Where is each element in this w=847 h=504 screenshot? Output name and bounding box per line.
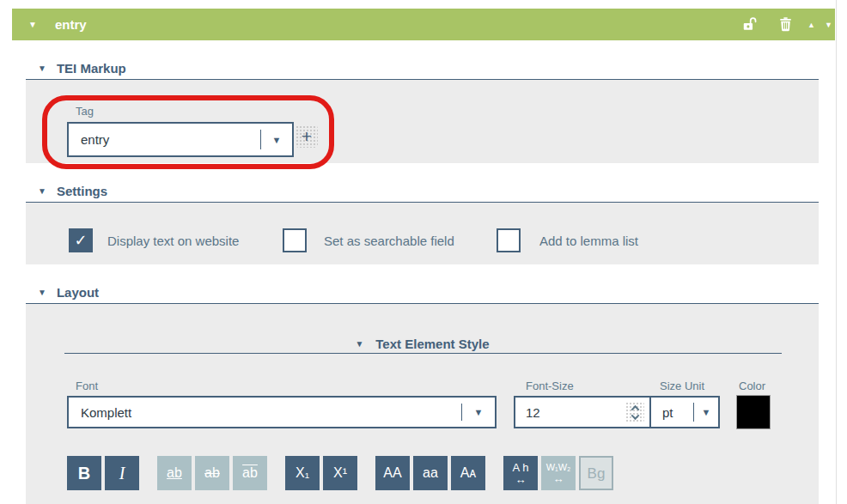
button-label: aa xyxy=(423,466,438,480)
left-right-arrow-icon: ↔ xyxy=(515,474,527,485)
font-field-label: Font xyxy=(76,380,98,392)
widget-title: entry xyxy=(55,9,87,40)
button-label: AA xyxy=(383,466,401,480)
collapse-section-icon: ▼ xyxy=(38,64,46,73)
chevron-down-icon[interactable]: ▼ xyxy=(462,398,495,427)
section-title: TEI Markup xyxy=(57,61,126,76)
checkbox-label: Add to lemma list xyxy=(539,228,638,252)
element-editor-page: ▼ entry ▲ ▼ ▼ TEI Markup xyxy=(0,0,847,504)
formatting-toolbar: B I ab ab ab X₁ X¹ AA aa Aᴀ A h ↔ xyxy=(67,456,613,490)
button-label: W₁W₂ xyxy=(546,463,571,472)
font-value: Komplett xyxy=(69,398,461,427)
collapse-section-icon: ▼ xyxy=(38,187,46,196)
move-up-icon[interactable]: ▲ xyxy=(807,9,815,40)
button-label: B xyxy=(78,465,90,482)
lowercase-button[interactable]: aa xyxy=(413,456,448,490)
subsection-divider xyxy=(64,353,782,354)
delete-icon[interactable] xyxy=(777,9,794,40)
button-label: X¹ xyxy=(333,466,347,480)
size-unit-value: pt xyxy=(651,398,693,427)
button-label: Bg xyxy=(588,466,606,481)
checkbox-add-to-lemma-list[interactable] xyxy=(497,228,521,252)
spinner-down-icon[interactable] xyxy=(631,411,639,420)
underline-button[interactable]: ab xyxy=(157,456,192,490)
word-spacing-button[interactable]: W₁W₂ ↔ xyxy=(541,456,576,490)
bold-button[interactable]: B xyxy=(67,456,101,490)
uppercase-button[interactable]: AA xyxy=(375,456,410,490)
left-right-arrow-icon: ↔ xyxy=(553,473,564,484)
font-combobox[interactable]: Komplett ▼ xyxy=(67,396,497,428)
checkbox-label: Display text on website xyxy=(107,228,239,252)
section-header-tei-markup[interactable]: ▼ TEI Markup xyxy=(38,61,126,76)
section-header-text-element-style[interactable]: ▼ Text Element Style xyxy=(355,337,489,351)
button-label: ab xyxy=(242,466,258,480)
collapse-section-icon: ▼ xyxy=(38,288,46,297)
button-label: X₁ xyxy=(296,466,309,480)
color-swatch-button[interactable] xyxy=(736,395,771,429)
overline-button[interactable]: ab xyxy=(233,456,267,490)
superscript-button[interactable]: X¹ xyxy=(323,456,357,490)
section-header-settings[interactable]: ▼ Settings xyxy=(38,184,107,198)
letter-spacing-button[interactable]: A h ↔ xyxy=(503,456,538,490)
checkbox-label: Set as searchable field xyxy=(324,228,454,252)
tag-field-label: Tag xyxy=(76,105,94,118)
subsection-title: Text Element Style xyxy=(375,337,489,351)
check-icon: ✓ xyxy=(74,233,87,248)
widget-header: ▼ entry ▲ ▼ xyxy=(12,9,835,40)
smallcaps-button[interactable]: Aᴀ xyxy=(451,456,485,490)
button-label: I xyxy=(119,465,125,482)
text-element-style-header: ▼ Text Element Style xyxy=(26,335,819,351)
background-color-button[interactable]: Bg xyxy=(579,456,613,490)
font-size-input[interactable] xyxy=(515,405,601,420)
strikethrough-button[interactable]: ab xyxy=(195,456,229,490)
chevron-down-icon[interactable]: ▼ xyxy=(261,124,292,155)
tag-value: entry xyxy=(69,124,260,155)
subscript-button[interactable]: X₁ xyxy=(285,456,320,490)
font-size-input-wrap xyxy=(514,396,651,428)
color-field-label: Color xyxy=(739,380,765,392)
size-unit-field-label: Size Unit xyxy=(660,380,704,392)
tag-combobox[interactable]: entry ▼ xyxy=(67,122,294,157)
number-spinner-icon[interactable] xyxy=(625,402,644,422)
button-label: ab xyxy=(167,466,182,480)
unlock-icon[interactable] xyxy=(741,9,758,40)
button-label: Aᴀ xyxy=(460,466,477,480)
font-size-field-label: Font-Size xyxy=(526,380,574,392)
collapse-section-icon: ▼ xyxy=(355,339,363,349)
collapse-widget-icon[interactable]: ▼ xyxy=(28,9,37,40)
italic-button[interactable]: I xyxy=(105,456,139,490)
checkbox-set-as-searchable-field[interactable] xyxy=(283,228,307,252)
section-title: Settings xyxy=(57,184,107,198)
add-tag-button[interactable]: + xyxy=(296,125,318,148)
chevron-down-icon[interactable]: ▼ xyxy=(694,398,718,427)
checkbox-display-text-on-website[interactable]: ✓ xyxy=(69,228,93,252)
right-edge-rule xyxy=(836,0,837,504)
button-label: A h xyxy=(513,462,529,473)
move-down-icon[interactable]: ▼ xyxy=(825,9,832,40)
section-header-layout[interactable]: ▼ Layout xyxy=(38,285,99,300)
button-label: ab xyxy=(204,466,220,480)
section-title: Layout xyxy=(57,285,99,300)
size-unit-combobox[interactable]: pt ▼ xyxy=(649,396,720,428)
